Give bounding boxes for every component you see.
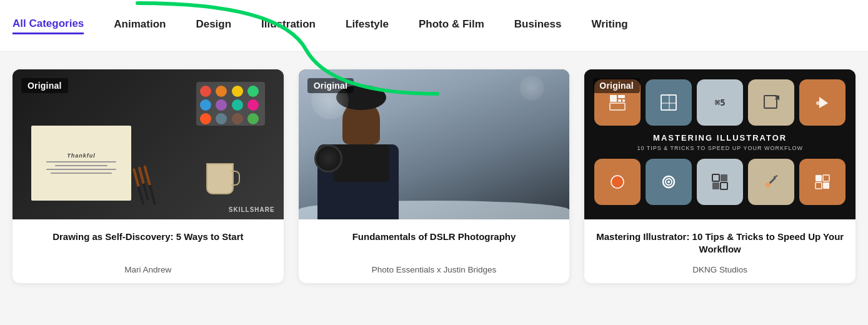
svg-rect-3	[622, 99, 625, 102]
svg-rect-2	[618, 99, 621, 102]
svg-point-21	[766, 182, 771, 188]
illustrator-title-block: MASTERING ILLUSTRATOR 10 TIPS & TRICKS T…	[637, 133, 803, 151]
card-illustrator[interactable]: Original ⌘5	[584, 69, 856, 283]
card-illustrator-image: Original ⌘5	[584, 69, 856, 219]
svg-point-12	[611, 176, 624, 188]
coffee-cup	[206, 163, 234, 194]
category-nav: All Categories Animation Design Illustra…	[0, 0, 868, 52]
card-badge-1: Original	[21, 78, 68, 93]
card-illustrator-author: DKNG Studios	[594, 265, 846, 274]
svg-rect-23	[816, 175, 822, 181]
card-photography-author: Photo Essentials x Justin Bridges	[309, 265, 560, 274]
skillshare-watermark: SKILLSHARE	[229, 206, 275, 213]
svg-rect-7	[661, 102, 676, 104]
il-icon-7	[646, 159, 692, 205]
svg-rect-26	[823, 182, 829, 189]
svg-rect-25	[816, 182, 822, 189]
nav-item-illustration[interactable]: Illustration	[261, 18, 316, 33]
svg-rect-8	[764, 96, 777, 108]
nav-item-all-categories[interactable]: All Categories	[12, 18, 84, 34]
il-icon-9	[748, 159, 794, 205]
svg-rect-0	[610, 95, 617, 102]
course-cards-section: Original Thankful	[0, 52, 868, 283]
nav-item-writing[interactable]: Writing	[591, 18, 627, 33]
svg-rect-19	[721, 182, 727, 189]
sketch-paper: Thankful	[31, 126, 131, 201]
card-drawing-title: Drawing as Self-Discovery: 5 Ways to Sta…	[22, 231, 274, 243]
svg-point-15	[667, 181, 670, 183]
svg-rect-4	[610, 103, 625, 110]
il-icon-10	[799, 159, 846, 205]
il-icon-6	[594, 159, 641, 205]
svg-rect-1	[618, 95, 625, 98]
il-icon-4	[748, 79, 794, 126]
card-drawing-author: Mari Andrew	[22, 265, 274, 274]
camera-lens	[314, 144, 342, 172]
card-photography-body: Fundamentals of DSLR Photography Photo E…	[299, 219, 570, 283]
svg-line-22	[774, 176, 777, 178]
svg-point-11	[816, 101, 820, 105]
nav-item-lifestyle[interactable]: Lifestyle	[346, 18, 389, 33]
il-icon-2	[646, 79, 692, 126]
nav-item-design[interactable]: Design	[196, 18, 231, 33]
card-photography[interactable]: Original Fundamentals of DSLR Photograph…	[299, 69, 570, 283]
nav-item-business[interactable]: Business	[514, 18, 562, 33]
card-badge-2: Original	[307, 78, 354, 93]
il-icon-8	[697, 159, 743, 205]
svg-rect-16	[712, 174, 719, 181]
il-icon-3: ⌘5	[697, 79, 743, 126]
il-icon-5	[799, 79, 846, 126]
nav-item-animation[interactable]: Animation	[114, 18, 166, 33]
illustrator-title-sub: 10 TIPS & TRICKS TO SPEED UP YOUR WORKFL…	[637, 145, 803, 151]
card-illustrator-title: Mastering Illustrator: 10 Tips & Tricks …	[594, 231, 846, 256]
card-photography-image: Original	[299, 69, 570, 219]
card-drawing[interactable]: Original Thankful	[12, 69, 284, 283]
svg-rect-17	[721, 174, 727, 181]
card-photography-title: Fundamentals of DSLR Photography	[309, 231, 560, 243]
brushes	[132, 165, 156, 208]
card-drawing-body: Drawing as Self-Discovery: 5 Ways to Sta…	[12, 219, 284, 283]
card-drawing-image: Original Thankful	[12, 69, 284, 219]
nav-item-photo-film[interactable]: Photo & Film	[419, 18, 484, 33]
svg-rect-18	[712, 182, 719, 189]
svg-rect-24	[823, 175, 829, 181]
illustrator-title-main: MASTERING ILLUSTRATOR	[637, 133, 803, 142]
card-badge-3: Original	[593, 78, 640, 93]
card-illustrator-body: Mastering Illustrator: 10 Tips & Tricks …	[584, 219, 856, 283]
